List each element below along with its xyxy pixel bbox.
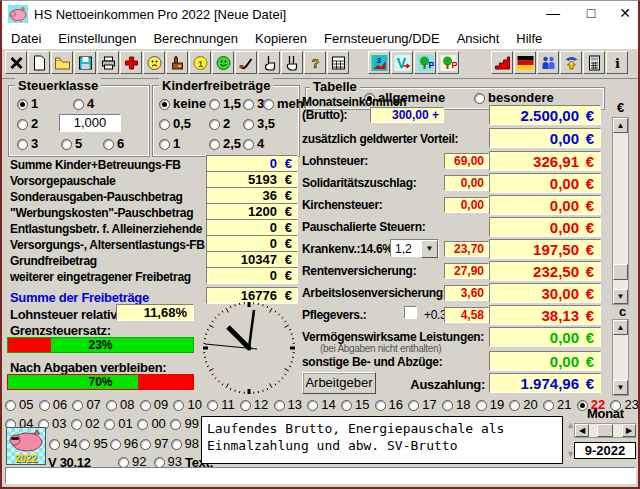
year-radio-01[interactable]: 01 (104, 416, 132, 431)
year-radio-14[interactable]: 14 (307, 397, 335, 412)
brutto-small-field[interactable]: 300,00 + (370, 107, 444, 123)
brutto-value[interactable]: 2.500,00€ (489, 105, 601, 125)
menu-berechnungen[interactable]: Berechnungen (153, 31, 238, 46)
maximize-button[interactable]: □ (575, 2, 607, 24)
menu-ansicht[interactable]: Ansicht (457, 31, 500, 46)
monat-scroll-thumb[interactable] (597, 424, 613, 437)
year-radio-94[interactable]: 94 (49, 436, 77, 451)
kinder-radio-3-5[interactable]: 3,5 (243, 116, 275, 131)
new-file-button[interactable] (28, 51, 50, 74)
happy-face-button[interactable] (212, 51, 234, 74)
year-radio-17[interactable]: 17 (408, 397, 436, 412)
print-button[interactable] (97, 51, 119, 74)
church-button[interactable] (166, 51, 188, 74)
menu-kopieren[interactable]: Kopieren (255, 31, 307, 46)
fb-row-value[interactable]: 0€ (206, 219, 298, 236)
menu-hilfe[interactable]: Hilfe (516, 31, 542, 46)
year-radio-02[interactable]: 02 (71, 416, 99, 431)
open-folder-button[interactable] (51, 51, 73, 74)
year-radio-05[interactable]: 05 (5, 397, 33, 412)
fb-row-value[interactable]: 36€ (206, 187, 298, 204)
chart-3-button[interactable]: 3 (368, 51, 390, 74)
steuerklasse-radio-1[interactable]: 1 (17, 96, 38, 111)
people-button[interactable] (537, 51, 559, 74)
hand-point-button[interactable] (258, 51, 280, 74)
euro-scroll-up-icon[interactable]: ▲ (613, 118, 628, 133)
euro-scroll-down-icon[interactable]: ▼ (613, 289, 628, 304)
year-radio-07[interactable]: 07 (72, 397, 100, 412)
kinder-radio-keine[interactable]: keine (159, 96, 206, 111)
pipe-check-button[interactable] (235, 51, 257, 74)
menu-einstellungen[interactable]: Einstellungen (58, 31, 136, 46)
steuerklasse-radio-3[interactable]: 3 (17, 136, 38, 151)
year-radio-21[interactable]: 21 (543, 397, 571, 412)
euro-scroll-thumb[interactable] (613, 264, 628, 280)
year-radio-11[interactable]: 11 (207, 397, 235, 412)
calculator-button[interactable] (583, 51, 605, 74)
monat-scroll-left-icon[interactable]: ◀ (575, 424, 589, 437)
geldwerter-vorteil-value[interactable]: 0,00€ (489, 128, 601, 148)
sonstige-value[interactable]: 0,00€ (489, 351, 601, 371)
hand-two-fingers-button[interactable] (281, 51, 303, 74)
notes-textarea[interactable]: Laufendes Brutto, Energiepauschale als E… (201, 416, 563, 464)
monat-value-field[interactable]: 9-2022 (574, 442, 636, 459)
kinder-radio-4[interactable]: 4 (243, 136, 264, 151)
cent-scrollbar[interactable]: ▲ ▼ (612, 319, 629, 396)
tree-p-white-button[interactable]: P (437, 51, 459, 74)
fb-row-value[interactable]: 5193€ (206, 171, 298, 188)
save-button[interactable] (74, 51, 96, 74)
year-radio-10[interactable]: 10 (173, 397, 201, 412)
year-radio-12[interactable]: 12 (240, 397, 268, 412)
year-radio-95[interactable]: 95 (79, 436, 107, 451)
year-radio-09[interactable]: 09 (140, 397, 168, 412)
german-flag-button[interactable] (514, 51, 536, 74)
kinder-radio-2-5[interactable]: 2,5 (209, 136, 241, 151)
steuerklasse-radio-2[interactable]: 2 (17, 116, 38, 131)
year-radio-19[interactable]: 19 (476, 397, 504, 412)
red-cross-button[interactable] (120, 51, 142, 74)
coin-1-button[interactable]: 1 (189, 51, 211, 74)
cent-scroll-down-icon[interactable]: ▼ (613, 380, 628, 395)
fb-row-value[interactable]: 0€ (206, 267, 298, 284)
monat-scroll-right-icon[interactable]: ▶ (622, 424, 636, 437)
v-arrow-button[interactable]: V (391, 51, 413, 74)
pflegev-checkbox[interactable] (404, 306, 417, 319)
faktor-input[interactable]: 1,000 (59, 114, 121, 132)
year-radio-15[interactable]: 15 (341, 397, 369, 412)
year-radio-08[interactable]: 08 (106, 397, 134, 412)
car-up-button[interactable] (560, 51, 582, 74)
year-radio-97[interactable]: 97 (140, 436, 168, 451)
fb-row-value[interactable]: 0€ (206, 235, 298, 252)
kinder-radio-2[interactable]: 2 (209, 116, 230, 131)
sad-face-button[interactable] (143, 51, 165, 74)
stairs-button[interactable] (491, 51, 513, 74)
menu-fernsteuerung[interactable]: Fernsteuerung/DDE (324, 31, 440, 46)
year-radio-00[interactable]: 00 (137, 416, 165, 431)
table-button[interactable] (327, 51, 349, 74)
kinder-radio-1-5[interactable]: 1,5 (209, 96, 241, 111)
kinder-radio-3[interactable]: 3 (243, 96, 264, 111)
year-radio-99[interactable]: 99 (170, 416, 198, 431)
tabelle-radio-besondere[interactable]: besondere (474, 90, 554, 105)
year-radio-20[interactable]: 20 (509, 397, 537, 412)
steuerklasse-radio-4[interactable]: 4 (73, 96, 94, 111)
year-radio-16[interactable]: 16 (375, 397, 403, 412)
minimize-button[interactable]: — (537, 2, 569, 24)
fb-row-value[interactable]: 10347€ (206, 251, 298, 268)
year-radio-98[interactable]: 98 (171, 436, 199, 451)
year-radio-13[interactable]: 13 (274, 397, 302, 412)
monat-scrollbar[interactable]: ◀ ▶ (574, 423, 636, 438)
kinder-radio-0-5[interactable]: 0,5 (159, 116, 191, 131)
tree-p-cyan-button[interactable]: P (414, 51, 436, 74)
year-radio-18[interactable]: 18 (442, 397, 470, 412)
dropdown-arrow-icon[interactable]: ▼ (421, 240, 438, 258)
steuerklasse-radio-5[interactable]: 5 (61, 136, 82, 151)
help-button[interactable]: ? (304, 51, 326, 74)
menu-datei[interactable]: Datei (11, 31, 41, 46)
fb-row-value[interactable]: 0€ (206, 155, 298, 172)
close-button[interactable]: ✕ (609, 2, 640, 24)
fb-row-value[interactable]: 1200€ (206, 203, 298, 220)
euro-scrollbar[interactable]: ▲ ▼ (612, 117, 629, 305)
info-button[interactable]: i (606, 51, 628, 74)
vwl-value[interactable]: 0,00€ (489, 327, 601, 347)
